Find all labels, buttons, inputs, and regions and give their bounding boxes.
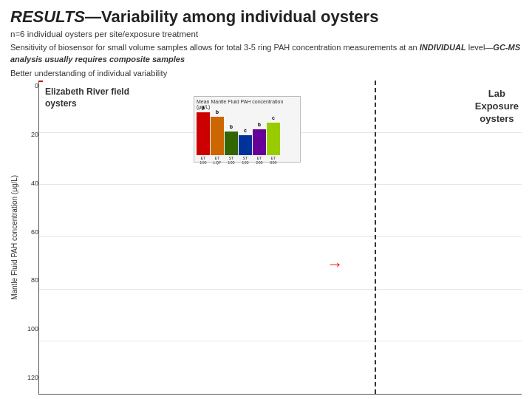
better-text: Better understanding of individual varia… [10, 69, 522, 78]
title-results: RESULTS [10, 7, 85, 26]
chart-with-yaxis: 120 100 80 60 40 20 0 Elizabeth River fi… [22, 81, 522, 395]
y-tick-120: 120 [27, 374, 38, 381]
separator-line [375, 81, 376, 394]
title-suffix: —Variability among individual oysters [85, 7, 378, 26]
subtitle: n=6 individual oysters per site/exposure… [10, 30, 522, 38]
bars-svg [39, 81, 522, 394]
y-tick-60: 60 [31, 228, 38, 236]
bars-area: Elizabeth River fieldoysters LabExposure… [38, 81, 522, 395]
y-tick-80: 80 [31, 276, 38, 284]
y-axis-label: Mantle Fluid PAH concentration (µg/L) [10, 81, 21, 395]
sensitivity-text: Sensitivity of biosensor for small volum… [10, 42, 522, 65]
y-tick-100: 100 [27, 325, 38, 332]
y-tick-40: 40 [31, 180, 38, 187]
chart-area: Mantle Fluid PAH concentration (µg/L) 12… [10, 81, 522, 395]
y-ticks: 120 100 80 60 40 20 0 [22, 81, 38, 395]
svg-rect-0 [39, 81, 43, 82]
page-title: RESULTS—Variability among individual oys… [10, 7, 522, 27]
bar-group-atw [39, 81, 43, 82]
y-tick-20: 20 [31, 131, 38, 138]
bars-container: Elizabeth River fieldoysters LabExposure… [38, 81, 522, 395]
page: RESULTS—Variability among individual oys… [0, 0, 532, 399]
